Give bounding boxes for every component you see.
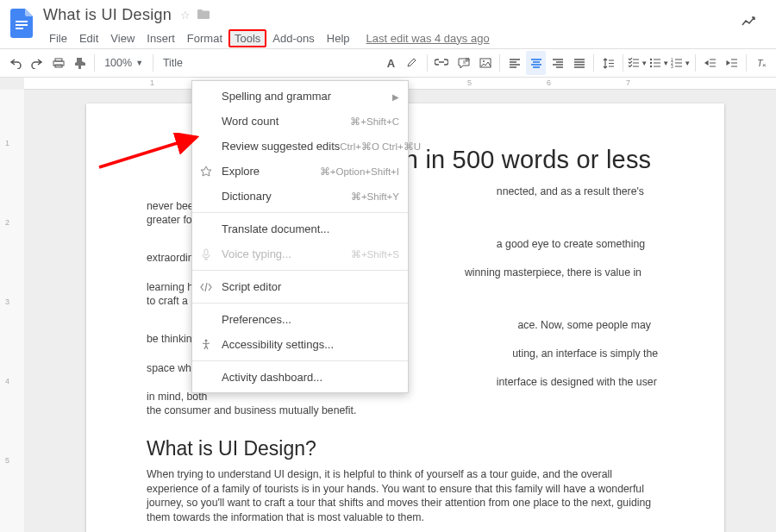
menu-item-voice-typing: Voice typing... ⌘+Shift+S xyxy=(192,241,408,266)
menu-item-word-count[interactable]: Word count ⌘+Shift+C xyxy=(192,109,408,134)
svg-rect-0 xyxy=(16,21,28,22)
svg-text:×: × xyxy=(762,61,767,68)
insert-image-button[interactable] xyxy=(475,51,495,75)
menu-help[interactable]: Help xyxy=(321,29,356,47)
accessibility-icon xyxy=(199,338,213,352)
menu-item-spelling[interactable]: Spelling and grammar ▶ xyxy=(192,84,408,109)
chevron-right-icon: ▶ xyxy=(392,91,399,101)
svg-text:3: 3 xyxy=(671,64,673,68)
print-button[interactable] xyxy=(48,51,68,75)
paragraph-style-select[interactable]: Title xyxy=(158,57,203,69)
explore-icon xyxy=(199,165,213,178)
menu-item-accessibility[interactable]: Accessibility settings... xyxy=(192,332,408,357)
menu-item-script-editor[interactable]: Script editor xyxy=(192,274,408,299)
separator xyxy=(94,54,95,72)
menu-item-activity-dashboard[interactable]: Activity dashboard... xyxy=(192,365,408,390)
workspace: 1 2 5 6 7 1 2 3 4 5 6 UI Design in 500 w… xyxy=(0,78,776,532)
decrease-indent-button[interactable] xyxy=(700,51,720,75)
undo-button[interactable] xyxy=(5,51,25,75)
insert-link-button[interactable] xyxy=(432,51,452,75)
svg-point-8 xyxy=(483,60,485,62)
align-left-button[interactable] xyxy=(504,51,524,75)
menu-file[interactable]: File xyxy=(43,29,73,47)
folder-icon[interactable] xyxy=(197,9,210,22)
redo-button[interactable] xyxy=(27,51,47,75)
separator xyxy=(192,270,408,271)
separator xyxy=(192,212,408,213)
paragraph: When trying to understand UI design, it … xyxy=(147,467,664,524)
svg-rect-17 xyxy=(204,249,208,255)
separator xyxy=(746,54,747,72)
shortcut-label: ⌘+Option+Shift+I xyxy=(320,166,399,178)
align-right-button[interactable] xyxy=(548,51,567,75)
ruler-vertical: 1 2 3 4 5 6 xyxy=(0,90,24,532)
header: What is UI Design ☆ File Edit View Inser… xyxy=(0,0,776,48)
menu-insert[interactable]: Insert xyxy=(141,29,181,47)
svg-point-11 xyxy=(650,66,652,67)
align-justify-button[interactable] xyxy=(569,51,589,75)
menu-item-review-edits[interactable]: Review suggested edits Ctrl+⌘O Ctrl+⌘U xyxy=(192,134,408,159)
shortcut-label: Ctrl+⌘O Ctrl+⌘U xyxy=(340,141,421,153)
svg-point-10 xyxy=(650,62,652,64)
paint-format-button[interactable] xyxy=(70,51,90,75)
star-icon[interactable]: ☆ xyxy=(180,9,191,22)
shortcut-label: ⌘+Shift+C xyxy=(350,116,399,128)
svg-point-9 xyxy=(650,59,652,60)
toolbar: 100%▼ Title A ▼ ▼ 123▼ T× xyxy=(0,48,776,78)
menu-format[interactable]: Format xyxy=(181,29,228,47)
clear-formatting-button[interactable]: T× xyxy=(751,51,771,75)
menu-item-translate[interactable]: Translate document... xyxy=(192,216,408,241)
separator xyxy=(153,54,153,72)
menu-item-explore[interactable]: Explore ⌘+Option+Shift+I xyxy=(192,159,408,184)
checklist-button[interactable]: ▼ xyxy=(628,51,648,75)
shortcut-label: ⌘+Shift+Y xyxy=(351,191,399,203)
last-edit-link[interactable]: Last edit was 4 days ago xyxy=(366,32,490,45)
doc-heading-2: What is UI Design? xyxy=(147,437,664,460)
svg-point-18 xyxy=(205,339,208,341)
line-spacing-button[interactable] xyxy=(598,51,618,75)
increase-indent-button[interactable] xyxy=(722,51,742,75)
menu-item-preferences[interactable]: Preferences... xyxy=(192,307,408,332)
separator xyxy=(695,54,696,72)
shortcut-label: ⌘+Shift+S xyxy=(351,248,399,260)
svg-rect-1 xyxy=(16,24,28,26)
separator xyxy=(593,54,594,72)
menu-addons[interactable]: Add-ons xyxy=(266,29,320,47)
bulleted-list-button[interactable]: ▼ xyxy=(649,51,669,75)
menubar: File Edit View Insert Format Tools Add-o… xyxy=(0,28,776,48)
zoom-select[interactable]: 100%▼ xyxy=(99,57,148,69)
chevron-down-icon: ▼ xyxy=(135,59,143,67)
menu-item-dictionary[interactable]: Dictionary ⌘+Shift+Y xyxy=(192,184,408,209)
highlight-button[interactable] xyxy=(403,51,422,75)
menu-tools[interactable]: Tools xyxy=(228,29,266,47)
microphone-icon xyxy=(199,247,213,261)
activity-icon[interactable] xyxy=(742,16,759,30)
text-color-button[interactable]: A xyxy=(381,51,401,75)
menu-edit[interactable]: Edit xyxy=(73,29,104,47)
menu-view[interactable]: View xyxy=(104,29,141,47)
align-center-button[interactable] xyxy=(526,51,546,75)
separator xyxy=(427,54,428,72)
insert-comment-button[interactable] xyxy=(454,51,473,75)
tools-dropdown: Spelling and grammar ▶ Word count ⌘+Shif… xyxy=(191,80,409,393)
separator xyxy=(192,360,408,361)
separator xyxy=(623,54,623,72)
numbered-list-button[interactable]: 123▼ xyxy=(671,51,691,75)
separator xyxy=(499,54,500,72)
svg-rect-2 xyxy=(16,28,23,29)
document-title[interactable]: What is UI Design xyxy=(43,6,172,24)
separator xyxy=(192,303,408,304)
script-icon xyxy=(199,280,213,294)
docs-logo[interactable] xyxy=(9,7,34,40)
